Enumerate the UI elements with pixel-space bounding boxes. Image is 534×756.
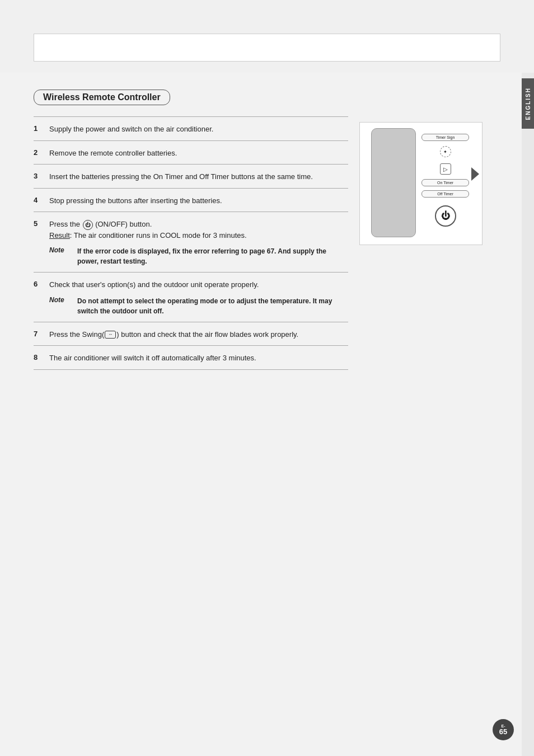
step-7-text: Press the Swing(↔) button and check that… xyxy=(49,329,348,340)
step-2: 2 Remove the remote controller batteries… xyxy=(34,140,348,165)
language-label: ENGLISH xyxy=(525,87,531,120)
step-6: 6 Check that user's option(s) and the ou… xyxy=(34,272,348,322)
step-1: 1 Supply the power and switch on the air… xyxy=(34,116,348,140)
step-4: 4 Stop pressing the buttons after insert… xyxy=(34,188,348,212)
step-6-note: Note Do not attempt to select the operat… xyxy=(49,296,348,316)
step-3-num: 3 xyxy=(34,171,43,180)
step-4-text: Stop pressing the buttons after insertin… xyxy=(49,195,348,206)
step-5-text: Press the ⏻ (ON/OFF) button. Result: The… xyxy=(49,219,348,241)
dot-icon: ✦ xyxy=(421,146,469,157)
note-6-text: Do not attempt to select the operating m… xyxy=(77,296,348,316)
page-badge: E- 65 xyxy=(493,719,514,740)
off-timer-button: Off Timer xyxy=(421,190,469,198)
steps-column: 1 Supply the power and switch on the air… xyxy=(34,116,348,370)
remote-controller-image: Timer Sign ✦ ▷ On Timer Off Timer xyxy=(359,122,483,245)
header-box xyxy=(34,34,500,62)
step-5-num: 5 xyxy=(34,219,43,228)
step-3-text: Insert the batteries pressing the On Tim… xyxy=(49,171,348,182)
step-8-num: 8 xyxy=(34,353,43,361)
step-1-num: 1 xyxy=(34,124,43,133)
on-timer-button: On Timer xyxy=(421,179,469,186)
step-7: 7 Press the Swing(↔) button and check th… xyxy=(34,322,348,346)
note-5-text: If the error code is displayed, fix the … xyxy=(77,246,348,266)
step-4-num: 4 xyxy=(34,195,43,204)
remote-body xyxy=(371,128,416,237)
power-button: ⏻ xyxy=(435,205,456,227)
step-5-note: Note If the error code is displayed, fix… xyxy=(49,246,348,266)
pointing-arrow xyxy=(471,167,479,181)
swing-icon: ↔ xyxy=(105,331,116,339)
on-off-icon: ⏻ xyxy=(83,220,93,230)
page-number: 65 xyxy=(499,728,507,735)
step-8: 8 The air conditioner will switch it off… xyxy=(34,345,348,370)
timer-sign-button: Timer Sign xyxy=(421,134,469,141)
note-5-label: Note xyxy=(49,246,69,254)
on-off-button-area: ⏻ xyxy=(421,205,469,227)
step-2-text: Remove the remote controller batteries. xyxy=(49,148,348,159)
note-6-label: Note xyxy=(49,296,69,304)
main-content: Wireless Remote Controller 1 Supply the … xyxy=(0,73,522,756)
play-icon: ▷ xyxy=(421,163,469,175)
step-3: 3 Insert the batteries pressing the On T… xyxy=(34,164,348,188)
step-5: 5 Press the ⏻ (ON/OFF) button. Result: T… xyxy=(34,212,348,272)
remote-buttons-area: Timer Sign ✦ ▷ On Timer Off Timer xyxy=(421,134,469,227)
step-2-num: 2 xyxy=(34,148,43,157)
section-title: Wireless Remote Controller xyxy=(34,90,170,105)
result-label: Result xyxy=(49,231,70,240)
step-6-num: 6 xyxy=(34,279,43,288)
step-8-text: The air conditioner will switch it off a… xyxy=(49,353,348,364)
step-6-text: Check that user's option(s) and the outd… xyxy=(49,279,348,290)
language-tab: ENGLISH xyxy=(522,78,534,129)
step-1-text: Supply the power and switch on the air c… xyxy=(49,124,348,135)
step-7-num: 7 xyxy=(34,329,43,338)
content-columns: 1 Supply the power and switch on the air… xyxy=(34,116,488,370)
right-column: Timer Sign ✦ ▷ On Timer Off Timer xyxy=(359,116,488,370)
top-bar xyxy=(0,0,534,73)
